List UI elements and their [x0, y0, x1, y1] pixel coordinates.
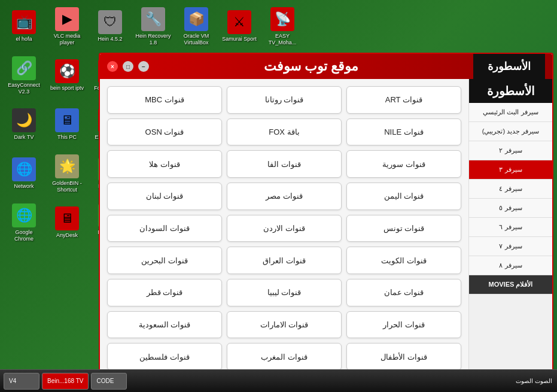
- icon-goldenbin[interactable]: 🌟 GoldenBIN - Shortcut: [47, 151, 87, 196]
- samurai-label: Samurai Sport: [222, 36, 257, 42]
- sidebar-server-main[interactable]: سيرفر البث الرئيسي: [469, 103, 552, 122]
- icon-el-hofa[interactable]: 📺 el hofa: [4, 4, 44, 49]
- taskbar: V4 Bein...168 TV CODE الصوت الصوت: [0, 369, 557, 392]
- channel-free[interactable]: قنوات الحرار: [346, 311, 461, 339]
- channel-rotana[interactable]: قنوات روتانا: [227, 86, 342, 114]
- sidebar-server-7[interactable]: سيرفر ٧: [469, 237, 552, 256]
- dark-tv-label: Dark TV: [14, 134, 34, 141]
- this-pc-label: This PC: [57, 134, 77, 141]
- hein2-label: Hein Recovery 1.8: [135, 33, 171, 46]
- icon-network[interactable]: 🌐 Network: [4, 151, 44, 196]
- logo-text: الأسطورة: [488, 60, 531, 73]
- title-bar: × □ − موقع توب سوفت الأسطورة: [100, 54, 552, 79]
- icon-anydesk[interactable]: 🖥 AnyDesk: [47, 200, 87, 245]
- oracle-icon: 📦: [184, 7, 208, 31]
- channel-iraq[interactable]: قنوات العراق: [227, 247, 342, 274]
- icon-this-pc[interactable]: 🖥 This PC: [47, 102, 87, 147]
- easy-tv-icon: 📡: [270, 7, 294, 31]
- bein-icon: ⚽: [55, 59, 79, 83]
- channel-morocco[interactable]: قنوات المغرب: [227, 343, 342, 370]
- dark-tv-icon: 🌙: [12, 108, 36, 132]
- hein1-label: Hein 4.5.2: [98, 36, 122, 42]
- taskbar-clock: الصوت الصوت: [516, 378, 552, 384]
- icon-dark-tv[interactable]: 🌙 Dark TV: [4, 102, 44, 147]
- icon-hein2[interactable]: 🔧 Hein Recovery 1.8: [133, 4, 174, 49]
- taskbar-right: الصوت الصوت: [511, 378, 557, 384]
- channel-palestine[interactable]: قنوات فلسطين: [107, 343, 222, 370]
- easy-tv-label: EASY TV_Moha...: [264, 33, 300, 46]
- vlc-icon: ▶: [55, 7, 79, 31]
- channel-egypt[interactable]: قنوات مصر: [227, 183, 342, 210]
- channel-yemen[interactable]: قنوات اليمن: [346, 183, 461, 210]
- minimize-button[interactable]: −: [138, 61, 149, 72]
- sidebar-logo-area: الأسطورة: [469, 79, 552, 103]
- sidebar-server-6[interactable]: سيرفر ٦: [469, 218, 552, 237]
- bein-label: bein sport iptv: [50, 85, 84, 92]
- channel-fox[interactable]: باقة FOX: [227, 118, 342, 146]
- window-title: موقع توب سوفت: [149, 59, 473, 74]
- channel-qatar[interactable]: قنوات قطر: [107, 279, 222, 306]
- channel-libya[interactable]: قنوات ليبيا: [227, 279, 342, 306]
- icon-bein[interactable]: ⚽ bein sport iptv: [47, 53, 87, 98]
- taskbar-items: V4 Bein...168 TV CODE: [0, 373, 511, 390]
- hein2-icon: 🔧: [141, 7, 165, 31]
- taskbar-v4[interactable]: V4: [4, 373, 39, 390]
- channel-jordan[interactable]: قنوات الاردن: [227, 215, 342, 242]
- taskbar-bein[interactable]: Bein...168 TV: [42, 373, 89, 390]
- icon-easy-connect[interactable]: 🔗 EasyConnect V2.3: [4, 53, 44, 98]
- this-pc-icon: 🖥: [55, 108, 79, 132]
- channel-grid: قنوات ART قنوات روتانا قنوات MBC قنوات N…: [100, 79, 468, 378]
- close-button[interactable]: ×: [107, 61, 118, 72]
- channel-kuwait[interactable]: قنوات الكويت: [346, 247, 461, 274]
- channel-alfa[interactable]: قنوات الفا: [227, 150, 342, 178]
- channel-syria[interactable]: قنوات سورية: [346, 150, 461, 178]
- taskbar-code[interactable]: CODE: [91, 373, 127, 390]
- icon-hein1[interactable]: 🛡 Hein 4.5.2: [90, 4, 130, 49]
- window-controls: × □ −: [107, 61, 149, 72]
- el-hofa-label: el hofa: [16, 36, 32, 42]
- icon-oracle[interactable]: 📦 Oracle VM VirtualBox: [176, 4, 217, 49]
- channel-kids[interactable]: قنوات الأطفال: [346, 343, 461, 370]
- sidebar-server-8[interactable]: سيرفر ٨: [469, 256, 552, 275]
- el-hofa-icon: 📺: [12, 10, 36, 34]
- sidebar-logo: الأسطورة: [487, 84, 535, 98]
- sidebar-server-2[interactable]: سيرفر ٢: [469, 141, 552, 160]
- icon-chrome[interactable]: 🌐 Google Chrome: [4, 200, 44, 245]
- maximize-button[interactable]: □: [123, 61, 133, 72]
- icon-easy-tv[interactable]: 📡 EASY TV_Moha...: [262, 4, 303, 49]
- sidebar-server-new[interactable]: سيرفر جديد (تجريبي): [469, 122, 552, 141]
- channel-bahrain[interactable]: قنوات البحرين: [107, 247, 222, 274]
- chrome-label: Google Chrome: [6, 229, 42, 242]
- samurai-icon: ⚔: [227, 10, 251, 34]
- channel-amman[interactable]: قنوات عمان: [346, 279, 461, 306]
- content-area: قنوات ART قنوات روتانا قنوات MBC قنوات N…: [100, 79, 552, 378]
- chrome-icon: 🌐: [12, 203, 36, 227]
- icon-samurai[interactable]: ⚔ Samurai Sport: [219, 4, 260, 49]
- goldenbin-icon: 🌟: [55, 154, 79, 178]
- channel-osn[interactable]: قنوات OSN: [107, 118, 222, 146]
- channel-art[interactable]: قنوات ART: [346, 86, 461, 114]
- logo-area: الأسطورة: [473, 54, 545, 79]
- network-icon: 🌐: [12, 157, 36, 181]
- sidebar-movies[interactable]: الأفلام MOVIES: [469, 275, 552, 294]
- channel-uae[interactable]: قنوات الامارات: [227, 311, 342, 339]
- channel-hala[interactable]: قنوات هلا: [107, 150, 222, 178]
- channel-tunisia[interactable]: قنوات تونس: [346, 215, 461, 242]
- channel-nile[interactable]: قنوات NILE: [346, 118, 461, 146]
- icon-vlc[interactable]: ▶ VLC media player: [47, 4, 87, 49]
- sidebar-server-3[interactable]: سيرفر ٣: [469, 160, 552, 180]
- channel-sudan[interactable]: قنوات السودان: [107, 215, 222, 242]
- sidebar-server-4[interactable]: سيرفر ٤: [469, 180, 552, 199]
- anydesk-label: AnyDesk: [56, 232, 78, 239]
- sidebar: الأسطورة سيرفر البث الرئيسي سيرفر جديد (…: [468, 79, 552, 378]
- channel-mbc[interactable]: قنوات MBC: [107, 86, 222, 114]
- channel-lebanon[interactable]: قنوات لبنان: [107, 183, 222, 210]
- app-window: × □ − موقع توب سوفت الأسطورة قنوات ART ق…: [99, 53, 553, 379]
- oracle-label: Oracle VM VirtualBox: [178, 33, 214, 46]
- channel-saudi[interactable]: قنوات السعودية: [107, 311, 222, 339]
- vlc-label: VLC media player: [49, 33, 85, 46]
- desktop: 📺 el hofa ▶ VLC media player 🛡 Hein 4.5.…: [0, 0, 557, 392]
- sidebar-server-5[interactable]: سيرفر ٥: [469, 199, 552, 218]
- network-label: Network: [14, 183, 34, 190]
- goldenbin-label: GoldenBIN - Shortcut: [49, 180, 85, 193]
